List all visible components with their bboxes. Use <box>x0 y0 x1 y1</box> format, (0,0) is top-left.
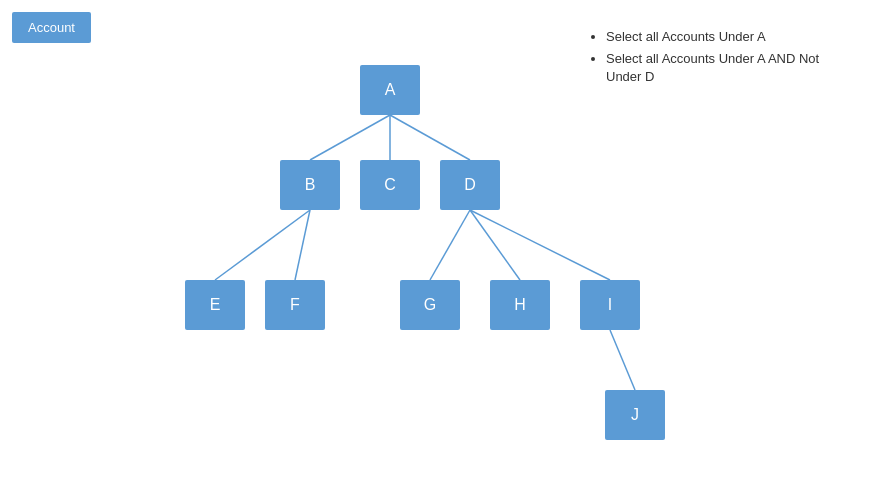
svg-line-2 <box>390 115 470 160</box>
instructions-list: Select all Accounts Under A Select all A… <box>606 28 836 91</box>
node-g[interactable]: G <box>400 280 460 330</box>
svg-line-7 <box>470 210 610 280</box>
svg-line-8 <box>610 330 635 390</box>
node-i[interactable]: I <box>580 280 640 330</box>
account-button[interactable]: Account <box>12 12 91 43</box>
svg-line-3 <box>215 210 310 280</box>
node-a[interactable]: A <box>360 65 420 115</box>
node-h[interactable]: H <box>490 280 550 330</box>
svg-line-6 <box>470 210 520 280</box>
node-f[interactable]: F <box>265 280 325 330</box>
node-e[interactable]: E <box>185 280 245 330</box>
instruction-item-1: Select all Accounts Under A <box>606 28 836 46</box>
svg-line-0 <box>310 115 390 160</box>
node-c[interactable]: C <box>360 160 420 210</box>
svg-line-4 <box>295 210 310 280</box>
node-b[interactable]: B <box>280 160 340 210</box>
node-j[interactable]: J <box>605 390 665 440</box>
svg-line-5 <box>430 210 470 280</box>
instruction-item-2: Select all Accounts Under A AND Not Unde… <box>606 50 836 86</box>
node-d[interactable]: D <box>440 160 500 210</box>
